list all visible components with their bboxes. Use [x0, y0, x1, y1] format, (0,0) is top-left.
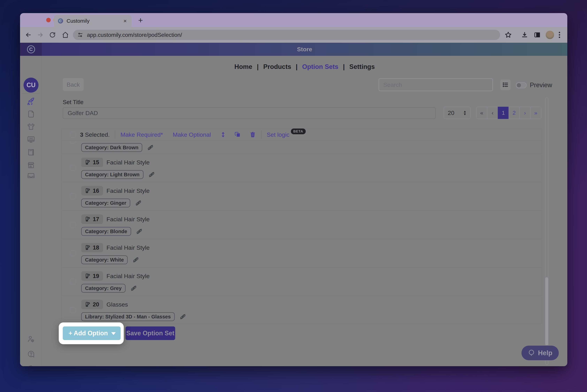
reorder-icon[interactable] — [220, 132, 226, 138]
browser-window: C Customily × + app.customily.com/store/… — [20, 13, 567, 366]
set-title-input[interactable] — [63, 107, 436, 119]
chevron-down-icon[interactable] — [111, 332, 116, 335]
list-icon — [502, 82, 509, 88]
page-size-value: 20 — [448, 110, 463, 116]
catalog-icon — [27, 148, 35, 156]
sidebar-item-account-settings[interactable] — [27, 335, 35, 343]
unlink-icon[interactable] — [130, 284, 137, 292]
tab-close-icon[interactable]: × — [122, 18, 128, 24]
side-panel-icon[interactable] — [534, 31, 541, 38]
back-icon[interactable] — [25, 32, 32, 38]
option-title: Facial Hair Style — [106, 216, 150, 223]
add-option-button[interactable]: + Add Option — [63, 326, 121, 340]
back-button[interactable]: Back — [63, 78, 84, 91]
favicon-icon: C — [58, 18, 63, 24]
swatchbook-icon — [85, 216, 91, 222]
customily-logo[interactable]: C — [20, 43, 42, 56]
make-optional-link[interactable]: Make Optional — [173, 131, 211, 138]
beta-badge: BETA — [291, 128, 306, 134]
unlink-icon[interactable] — [135, 199, 142, 207]
browser-tab-bar: C Customily × + — [20, 13, 567, 27]
unlink-icon[interactable] — [147, 144, 154, 151]
url-bar[interactable]: app.customily.com/store/podSelection/ — [73, 30, 500, 40]
browser-menu-icon[interactable] — [559, 32, 560, 38]
make-required-link[interactable]: Make Required* — [120, 131, 163, 138]
category-badge: Category: Ginger — [81, 198, 130, 207]
sidebar-item-design-studio[interactable] — [27, 135, 35, 144]
pagination-page-1[interactable]: 1 — [498, 107, 509, 119]
option-number-badge: 16 — [81, 186, 103, 196]
category-badge: Category: Grey — [81, 284, 125, 292]
browser-tab[interactable]: C Customily × — [54, 15, 132, 27]
reload-icon[interactable] — [49, 32, 56, 38]
window-close-button[interactable] — [46, 18, 51, 22]
url-text[interactable]: app.customily.com/store/podSelection/ — [87, 32, 182, 38]
main-content: Home | Products | Option Sets | Settings… — [42, 56, 567, 366]
page-size-select[interactable]: 20 ▲▼ — [444, 107, 471, 119]
swatchbook-icon — [85, 188, 91, 194]
add-option-label: + Add Option — [68, 330, 108, 337]
category-badge: Category: Dark Brown — [81, 143, 142, 152]
swatchbook-icon — [85, 302, 91, 308]
store-avatar[interactable]: CU — [23, 78, 38, 92]
new-tab-button[interactable]: + — [138, 16, 143, 25]
sidebar-item-logout[interactable] — [27, 364, 35, 366]
page: C Store CU — [20, 43, 567, 366]
unlink-icon[interactable] — [179, 313, 186, 320]
options-table: 3 Selected. Make Required* Make Optional — [61, 128, 542, 324]
inbox-icon — [27, 172, 35, 180]
delete-icon[interactable] — [250, 132, 256, 138]
unlink-icon[interactable] — [132, 256, 139, 264]
row-checkbox[interactable] — [70, 250, 76, 256]
option-row: 17 Facial Hair Style Category: Blonde — [61, 210, 542, 239]
row-checkbox[interactable] — [70, 222, 76, 228]
nav-home[interactable]: Home — [234, 63, 252, 70]
category-badge: Category: White — [81, 256, 128, 264]
nav-products[interactable]: Products — [263, 63, 291, 70]
sidebar-item-products[interactable] — [27, 122, 35, 131]
downloads-icon[interactable] — [521, 31, 528, 38]
sidebar-item-store[interactable] — [27, 161, 35, 169]
design-monitor-icon — [27, 135, 35, 144]
option-title: Facial Hair Style — [106, 159, 150, 166]
row-checkbox[interactable] — [70, 140, 76, 144]
pagination-page-2[interactable]: 2 — [509, 107, 520, 119]
profile-avatar[interactable] — [546, 31, 554, 39]
chat-bubble-icon — [528, 349, 535, 356]
sidebar-item-inbox[interactable] — [27, 172, 35, 180]
pagination-prev[interactable]: ‹ — [487, 107, 498, 119]
pagination-first[interactable]: « — [476, 107, 487, 119]
list-view-button[interactable] — [500, 80, 511, 90]
tab-title: Customily — [66, 18, 122, 24]
unlink-icon[interactable] — [148, 171, 155, 178]
pagination-last[interactable]: » — [530, 107, 541, 119]
row-checkbox[interactable] — [70, 194, 76, 199]
forward-icon[interactable] — [37, 32, 44, 38]
help-button[interactable]: Help — [522, 346, 559, 360]
select-all-checkbox[interactable] — [70, 132, 76, 138]
option-title: Facial Hair Style — [106, 188, 150, 194]
home-icon[interactable] — [62, 32, 69, 38]
sidebar-item-getting-started[interactable] — [27, 97, 35, 106]
nav-option-sets[interactable]: Option Sets — [302, 63, 338, 70]
pagination-next[interactable]: › — [519, 107, 531, 119]
row-checkbox[interactable] — [70, 307, 76, 313]
duplicate-icon[interactable] — [235, 132, 241, 138]
library-badge: Library: Stylized 3D - Man - Glasses — [81, 312, 175, 321]
search-input[interactable] — [379, 78, 493, 91]
browser-toolbar: app.customily.com/store/podSelection/ — [20, 27, 567, 43]
select-caret-icon: ▲▼ — [463, 110, 466, 116]
bookmark-star-icon[interactable] — [505, 31, 512, 38]
site-settings-icon[interactable] — [77, 32, 83, 38]
preview-toggle[interactable] — [516, 82, 527, 88]
set-logic-link[interactable]: Set logic — [267, 131, 289, 138]
unlink-icon[interactable] — [136, 228, 143, 235]
row-checkbox[interactable] — [70, 165, 76, 171]
row-checkbox[interactable] — [70, 279, 76, 284]
nav-settings[interactable]: Settings — [349, 63, 375, 70]
page-scrollbar-thumb[interactable] — [545, 277, 548, 345]
sidebar-item-catalog[interactable] — [27, 148, 35, 156]
sidebar-item-templates[interactable] — [27, 110, 35, 118]
save-option-set-button[interactable]: Save Option Set — [125, 326, 175, 340]
sidebar-item-help[interactable] — [27, 350, 35, 358]
